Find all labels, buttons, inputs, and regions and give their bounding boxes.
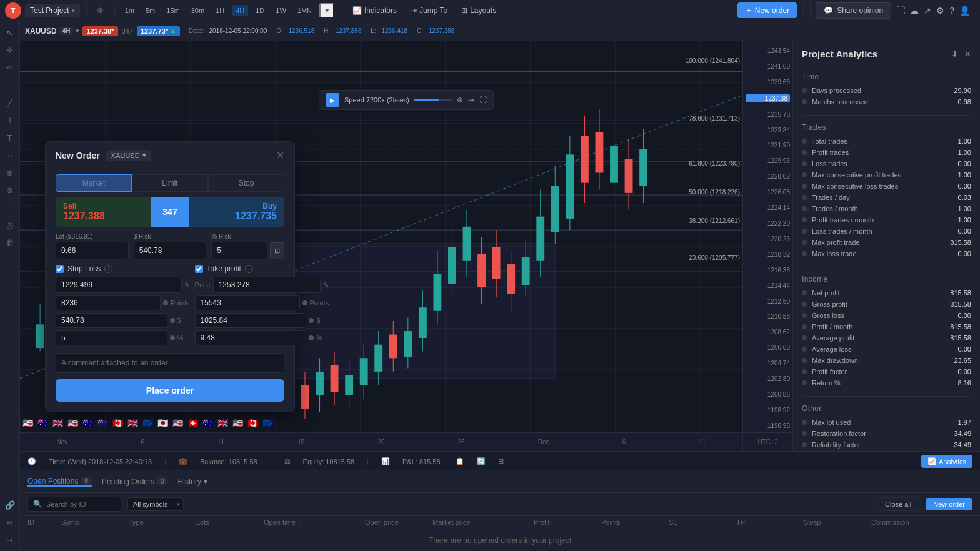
- stop-loss-checkbox[interactable]: [56, 265, 64, 273]
- risk-pct-input[interactable]: [211, 242, 268, 259]
- take-profit-edit-icon[interactable]: ✎: [323, 281, 329, 289]
- risk-pct-stepper[interactable]: ⊞: [270, 242, 284, 259]
- timeframe-1w[interactable]: 1W: [272, 5, 290, 16]
- flag-eu[interactable]: 🇪🇺: [141, 419, 154, 427]
- trend-line-tool[interactable]: ╱: [2, 95, 18, 110]
- crosshair-tool[interactable]: ✛: [2, 42, 18, 57]
- flag-us[interactable]: 🇺🇸: [21, 419, 34, 427]
- flag-gb3[interactable]: 🇬🇧: [216, 419, 229, 427]
- indicators-button[interactable]: 📈 Indicators: [348, 4, 402, 17]
- measure-tool[interactable]: ↔: [2, 147, 18, 162]
- stop-loss-info-icon[interactable]: i: [104, 265, 112, 273]
- refresh-icon[interactable]: 🔄: [477, 457, 486, 465]
- stop-loss-dollar-input[interactable]: [56, 313, 168, 328]
- new-order-nav-button[interactable]: ＋ New order: [738, 2, 797, 18]
- stop-loss-points-input[interactable]: [56, 295, 161, 310]
- timeframe-1d[interactable]: 1D: [252, 5, 268, 16]
- text-tool[interactable]: T: [2, 130, 18, 145]
- flag-au3[interactable]: 🇦🇺: [201, 419, 214, 427]
- tab-history[interactable]: History ▾: [178, 477, 208, 486]
- take-profit-checkbox[interactable]: [195, 265, 203, 273]
- stop-loss-price-input[interactable]: [56, 277, 182, 293]
- th-open-time[interactable]: Open time ↕: [264, 519, 365, 526]
- timeframe-1h[interactable]: 1H: [212, 5, 228, 16]
- flag-ca2[interactable]: 🇨🇦: [246, 419, 259, 427]
- expand-icon[interactable]: ⛶: [896, 6, 905, 16]
- stop-loss-edit-icon[interactable]: ✎: [184, 281, 190, 289]
- tab-market[interactable]: Market: [56, 174, 132, 192]
- settings-icon[interactable]: ⚙: [936, 6, 944, 16]
- magnet-tool[interactable]: ⊗: [2, 182, 18, 197]
- timeframe-1m[interactable]: 1m: [121, 5, 138, 16]
- chart-container[interactable]: 100.000 (1241.804) 78.600 (1231.713) 61.…: [20, 41, 792, 451]
- flag-gb[interactable]: 🇬🇧: [51, 419, 64, 427]
- pencil-tool[interactable]: ✏: [2, 60, 18, 75]
- tab-stop[interactable]: Stop: [208, 174, 284, 192]
- lot-input[interactable]: [56, 242, 129, 259]
- copy-icon[interactable]: 📋: [456, 457, 464, 465]
- more-timeframes-icon[interactable]: ▾: [319, 3, 334, 18]
- risk-dollar-input[interactable]: [134, 242, 207, 259]
- cursor-tool[interactable]: ↖: [2, 25, 18, 40]
- timeframe-30m[interactable]: 30m: [188, 5, 208, 16]
- share-opinion-button[interactable]: 💬 Share opinion: [816, 2, 891, 19]
- dialog-symbol-selector[interactable]: XAUUSD ▾: [106, 150, 151, 161]
- help-icon[interactable]: ?: [949, 6, 954, 16]
- fullscreen-icon[interactable]: ⛶: [479, 96, 487, 104]
- fibonacci-tool[interactable]: ⌇: [2, 112, 18, 127]
- sell-button[interactable]: Sell 1237.388: [56, 197, 151, 227]
- flag-eu2[interactable]: 🇪🇺: [261, 419, 274, 427]
- flag-us2[interactable]: 🇺🇸: [66, 419, 79, 427]
- chart-timeframe-tag[interactable]: 4H: [59, 27, 74, 35]
- cloud-icon[interactable]: ☁: [910, 6, 919, 16]
- shapes-tool[interactable]: ◻: [2, 200, 18, 215]
- take-profit-points-input[interactable]: [195, 295, 300, 310]
- undo-tool[interactable]: ↩: [2, 515, 18, 530]
- timeframe-5m[interactable]: 5m: [142, 5, 159, 16]
- redo-tool[interactable]: ↪: [2, 532, 18, 547]
- horizontal-line-tool[interactable]: —: [2, 77, 18, 92]
- flag-au[interactable]: 🇦🇺: [36, 419, 49, 427]
- flag-ca[interactable]: 🇨🇦: [111, 419, 124, 427]
- place-order-button[interactable]: Place order: [56, 379, 284, 402]
- history-dropdown[interactable]: History ▾: [178, 477, 208, 486]
- user-icon[interactable]: 👤: [959, 6, 970, 16]
- grid-icon[interactable]: ⊞: [498, 457, 504, 465]
- download-icon[interactable]: ⬇: [951, 49, 958, 59]
- trash-tool[interactable]: 🗑: [2, 235, 18, 250]
- new-order-bottom-button[interactable]: New order: [926, 498, 972, 510]
- step-icon[interactable]: ⇥: [468, 96, 474, 104]
- take-profit-price-input[interactable]: [213, 277, 321, 293]
- flag-nz[interactable]: 🇳🇿: [96, 419, 109, 427]
- order-comment-input[interactable]: [56, 353, 284, 373]
- eye-tool[interactable]: ◎: [2, 217, 18, 232]
- close-dialog-button[interactable]: ✕: [276, 149, 284, 161]
- flag-us4[interactable]: 🇺🇸: [231, 419, 244, 427]
- flag-au2[interactable]: 🇦🇺: [81, 419, 94, 427]
- project-selector[interactable]: Test Project ▾: [25, 4, 80, 17]
- chevron-symbol-icon[interactable]: ▾: [76, 27, 79, 34]
- close-all-button[interactable]: Close all: [877, 497, 919, 511]
- link-tool[interactable]: 🔗: [2, 497, 18, 512]
- tab-limit[interactable]: Limit: [132, 174, 208, 192]
- timeframe-15m[interactable]: 15m: [162, 5, 183, 16]
- analytics-button[interactable]: 📈 Analytics: [921, 455, 972, 468]
- play-button[interactable]: ▶: [326, 93, 339, 107]
- flag-us3[interactable]: 🇺🇸: [171, 419, 184, 427]
- search-input[interactable]: [46, 500, 116, 508]
- zoom-tool[interactable]: ⊕: [2, 165, 18, 180]
- tab-pending-orders[interactable]: Pending Orders 0: [102, 477, 168, 486]
- take-profit-dollar-input[interactable]: [195, 313, 307, 328]
- timeframe-1mn[interactable]: 1MN: [294, 5, 316, 16]
- buy-button[interactable]: Buy 1237.735: [189, 197, 284, 227]
- take-profit-info-icon[interactable]: i: [245, 265, 253, 273]
- layouts-button[interactable]: ⊞ Layouts: [456, 4, 501, 17]
- take-profit-pct-input[interactable]: [195, 330, 307, 345]
- close-panel-icon[interactable]: ✕: [964, 49, 971, 59]
- flag-jp[interactable]: 🇯🇵: [156, 419, 169, 427]
- speed-slider[interactable]: [414, 99, 452, 101]
- crosshair-chart-icon[interactable]: ⊕: [457, 96, 463, 104]
- symbol-filter-select[interactable]: All symbols: [128, 497, 184, 511]
- share-icon[interactable]: ↗: [924, 6, 931, 16]
- jump-to-button[interactable]: ⇥ Jump To: [406, 4, 452, 17]
